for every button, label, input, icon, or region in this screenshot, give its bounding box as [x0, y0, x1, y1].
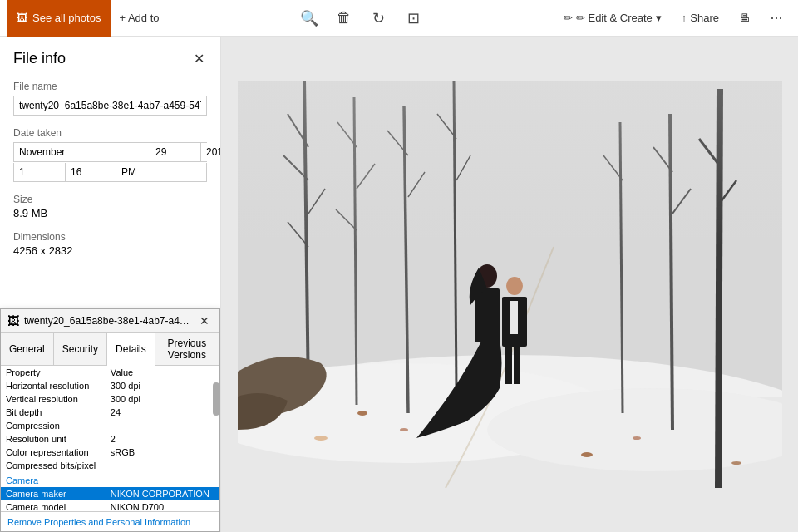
photo-display	[238, 81, 782, 488]
properties-dialog: 🖼 twenty20_6a15a8be-38e1-4ab7-a459-5470d…	[0, 308, 220, 532]
svg-rect-30	[505, 342, 512, 384]
property-name: Resolution unit	[1, 432, 106, 446]
see-all-button[interactable]: 🖼 See all photos	[7, 0, 111, 37]
properties-titlebar: 🖼 twenty20_6a15a8be-38e1-4ab7-a459-5470d…	[1, 309, 219, 333]
file-info-title: File info	[13, 50, 207, 67]
svg-rect-28	[475, 288, 500, 342]
properties-tabs: General Security Details Previous Versio…	[1, 333, 219, 366]
crop-button[interactable]: ⊡	[397, 2, 431, 35]
property-value: Value	[106, 366, 219, 379]
day-input[interactable]	[150, 143, 200, 161]
tab-general[interactable]: General	[1, 333, 54, 365]
properties-table-container[interactable]: PropertyValueHorizontal resolution300 dp…	[1, 366, 219, 511]
print-button[interactable]: 🖶	[731, 7, 758, 29]
property-value: NIKON CORPORATION	[106, 487, 219, 500]
svg-point-39	[314, 436, 328, 441]
rotate-icon: ↻	[372, 9, 385, 27]
chevron-down-icon: ▾	[656, 12, 662, 24]
properties-footer: Remove Properties and Personal Informati…	[1, 511, 219, 531]
main-content: File info ✕ File name Date taken Size 8.…	[0, 37, 798, 532]
property-value: sRGB	[106, 446, 219, 459]
property-value	[106, 459, 219, 472]
add-to-button[interactable]: + Add to	[111, 0, 167, 37]
property-value: 24	[106, 406, 219, 419]
size-label: Size	[13, 194, 207, 205]
property-name: Vertical resolution	[1, 392, 106, 406]
close-file-info-button[interactable]: ✕	[187, 47, 210, 70]
edit-create-button[interactable]: ✏ ✏ Edit & Create ▾	[555, 7, 670, 29]
svg-rect-31	[514, 342, 520, 384]
property-name: Property	[1, 366, 106, 379]
filename-input[interactable]	[13, 96, 207, 116]
property-value	[106, 472, 219, 487]
toolbar-left: 🖼 See all photos + Add to	[7, 0, 167, 37]
dimensions-label: Dimensions	[13, 231, 207, 243]
date-section: Date taken	[13, 127, 207, 182]
date-grid-bottom	[13, 163, 207, 182]
print-icon: 🖶	[739, 12, 750, 24]
trash-icon: 🗑	[337, 9, 352, 27]
property-name: Compression	[1, 419, 106, 432]
date-grid-top	[13, 142, 207, 162]
property-value: NIKON D700	[106, 500, 219, 511]
ampm-input[interactable]	[116, 163, 165, 181]
date-label: Date taken	[13, 127, 207, 139]
property-name: Compressed bits/pixel	[1, 459, 106, 472]
hour-input[interactable]	[14, 163, 64, 181]
properties-table: PropertyValueHorizontal resolution300 dp…	[1, 366, 219, 511]
toolbar-icons: 🔍 🗑 ↻ ⊡	[170, 2, 551, 35]
photo-svg	[238, 81, 782, 488]
toolbar-right: ✏ ✏ Edit & Create ▾ ↑ Share 🖶 ···	[555, 3, 791, 33]
svg-point-35	[357, 411, 367, 416]
properties-title: twenty20_6a15a8be-38e1-4ab7-a459-5470d0e…	[24, 315, 191, 327]
property-name: Color representation	[1, 446, 106, 459]
property-value	[106, 419, 219, 432]
svg-point-34	[506, 277, 523, 295]
year-input[interactable]	[200, 143, 221, 161]
svg-rect-41	[238, 81, 782, 247]
toolbar: 🖼 See all photos + Add to 🔍 🗑 ↻ ⊡ ✏ ✏ Ed…	[0, 0, 798, 37]
property-value: 300 dpi	[106, 379, 219, 392]
property-name: Bit depth	[1, 406, 106, 419]
zoom-button[interactable]: 🔍	[293, 2, 326, 35]
file-info-panel: File info ✕ File name Date taken Size 8.…	[0, 37, 221, 532]
filename-label: File name	[13, 81, 207, 92]
crop-icon: ⊡	[407, 9, 420, 27]
remove-properties-link[interactable]: Remove Properties and Personal Informati…	[7, 517, 190, 527]
property-value: 300 dpi	[106, 392, 219, 406]
share-icon: ↑	[682, 12, 687, 24]
rotate-button[interactable]: ↻	[362, 2, 396, 35]
tab-previous-versions[interactable]: Previous Versions	[155, 333, 219, 365]
property-name: Camera model	[1, 500, 106, 511]
zoom-icon: 🔍	[300, 9, 318, 27]
property-name: Camera	[1, 472, 106, 487]
property-name: Horizontal resolution	[1, 379, 106, 392]
file-icon: 🖼	[7, 314, 19, 328]
minute-input[interactable]	[65, 163, 115, 181]
property-name: Camera maker	[1, 487, 106, 500]
property-value: 2	[106, 432, 219, 446]
size-value: 8.9 MB	[13, 207, 207, 219]
svg-point-36	[400, 428, 408, 431]
svg-point-37	[581, 452, 593, 457]
svg-point-40	[732, 461, 741, 465]
scrollbar[interactable]	[213, 382, 219, 416]
svg-point-38	[633, 436, 641, 440]
pencil-icon: ✏	[564, 12, 573, 24]
photos-icon: 🖼	[17, 12, 27, 24]
share-button[interactable]: ↑ Share	[673, 7, 727, 29]
tab-details[interactable]: Details	[107, 333, 155, 366]
tab-security[interactable]: Security	[54, 333, 107, 365]
dimensions-value: 4256 x 2832	[13, 244, 207, 257]
month-input[interactable]	[14, 143, 149, 161]
svg-rect-33	[510, 301, 518, 334]
delete-button[interactable]: 🗑	[328, 2, 361, 35]
more-button[interactable]: ···	[761, 3, 791, 33]
properties-close-button[interactable]: ✕	[196, 313, 213, 329]
photo-panel	[221, 37, 798, 532]
